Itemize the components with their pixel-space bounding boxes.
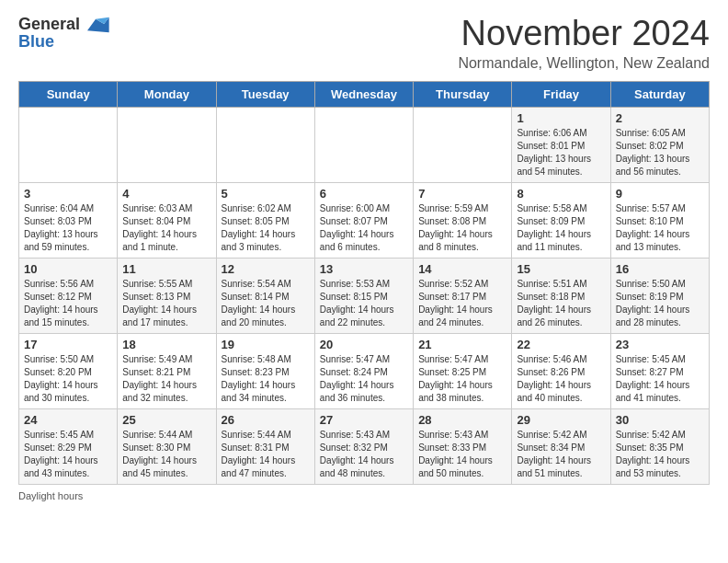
day-info: Sunrise: 5:52 AM Sunset: 8:17 PM Dayligh… (418, 278, 506, 329)
table-row: 4Sunrise: 6:03 AM Sunset: 8:04 PM Daylig… (118, 182, 216, 258)
day-number: 25 (122, 413, 210, 427)
table-row: 22Sunrise: 5:46 AM Sunset: 8:26 PM Dayli… (512, 333, 610, 408)
day-info: Sunrise: 5:47 AM Sunset: 8:25 PM Dayligh… (418, 353, 506, 405)
logo-icon (84, 16, 109, 34)
day-number: 30 (616, 413, 704, 427)
page: General Blue November 2024 Normandale, W… (0, 0, 728, 516)
day-number: 13 (320, 262, 408, 276)
logo-general: General (18, 15, 80, 34)
day-number: 4 (122, 187, 210, 201)
table-row: 1Sunrise: 6:06 AM Sunset: 8:01 PM Daylig… (512, 107, 610, 182)
table-row: 19Sunrise: 5:48 AM Sunset: 8:23 PM Dayli… (216, 333, 314, 408)
day-info: Sunrise: 5:59 AM Sunset: 8:08 PM Dayligh… (418, 202, 506, 254)
table-row (414, 107, 512, 182)
table-row: 26Sunrise: 5:44 AM Sunset: 8:31 PM Dayli… (216, 408, 314, 484)
day-number: 8 (517, 187, 605, 201)
table-row: 6Sunrise: 6:00 AM Sunset: 8:07 PM Daylig… (314, 182, 413, 258)
calendar-col-header: Tuesday (216, 81, 314, 107)
day-number: 1 (517, 111, 605, 125)
calendar-week-row: 1Sunrise: 6:06 AM Sunset: 8:01 PM Daylig… (19, 107, 710, 182)
day-number: 18 (122, 338, 210, 351)
table-row: 20Sunrise: 5:47 AM Sunset: 8:24 PM Dayli… (314, 333, 413, 408)
day-info: Sunrise: 5:51 AM Sunset: 8:18 PM Dayligh… (517, 278, 605, 329)
day-info: Sunrise: 5:45 AM Sunset: 8:27 PM Dayligh… (616, 353, 704, 405)
month-title: November 2024 (458, 15, 710, 53)
day-number: 2 (616, 111, 704, 125)
calendar-col-header: Thursday (414, 81, 512, 107)
table-row: 21Sunrise: 5:47 AM Sunset: 8:25 PM Dayli… (414, 333, 512, 408)
day-info: Sunrise: 5:47 AM Sunset: 8:24 PM Dayligh… (320, 353, 408, 405)
calendar-col-header: Friday (512, 81, 610, 107)
day-info: Sunrise: 5:54 AM Sunset: 8:14 PM Dayligh… (222, 278, 310, 329)
calendar-col-header: Saturday (610, 81, 709, 107)
table-row: 10Sunrise: 5:56 AM Sunset: 8:12 PM Dayli… (19, 258, 118, 333)
day-info: Sunrise: 5:43 AM Sunset: 8:33 PM Dayligh… (418, 429, 506, 480)
day-info: Sunrise: 5:44 AM Sunset: 8:31 PM Dayligh… (222, 429, 310, 480)
day-info: Sunrise: 5:56 AM Sunset: 8:12 PM Dayligh… (24, 278, 112, 329)
day-info: Sunrise: 6:03 AM Sunset: 8:04 PM Dayligh… (122, 202, 210, 254)
calendar-header-row: SundayMondayTuesdayWednesdayThursdayFrid… (19, 81, 710, 107)
table-row (118, 107, 216, 182)
header: General Blue November 2024 Normandale, W… (18, 15, 710, 72)
table-row: 7Sunrise: 5:59 AM Sunset: 8:08 PM Daylig… (414, 182, 512, 258)
daylight-label: Daylight hours (18, 490, 83, 501)
table-row: 3Sunrise: 6:04 AM Sunset: 8:03 PM Daylig… (19, 182, 118, 258)
day-number: 22 (517, 338, 605, 351)
day-info: Sunrise: 6:04 AM Sunset: 8:03 PM Dayligh… (24, 202, 112, 254)
day-info: Sunrise: 5:42 AM Sunset: 8:34 PM Dayligh… (517, 429, 605, 480)
calendar-week-row: 17Sunrise: 5:50 AM Sunset: 8:20 PM Dayli… (19, 333, 710, 408)
day-info: Sunrise: 5:48 AM Sunset: 8:23 PM Dayligh… (222, 353, 310, 405)
logo-blue: Blue (18, 32, 54, 51)
day-info: Sunrise: 5:58 AM Sunset: 8:09 PM Dayligh… (517, 202, 605, 254)
day-number: 17 (24, 338, 112, 351)
day-number: 9 (616, 187, 704, 201)
footer: Daylight hours (18, 490, 710, 501)
calendar: SundayMondayTuesdayWednesdayThursdayFrid… (18, 81, 710, 485)
day-number: 19 (222, 338, 310, 351)
calendar-col-header: Monday (118, 81, 216, 107)
table-row: 15Sunrise: 5:51 AM Sunset: 8:18 PM Dayli… (512, 258, 610, 333)
table-row: 5Sunrise: 6:02 AM Sunset: 8:05 PM Daylig… (216, 182, 314, 258)
day-number: 5 (222, 187, 310, 201)
day-info: Sunrise: 6:06 AM Sunset: 8:01 PM Dayligh… (517, 127, 605, 178)
day-info: Sunrise: 5:42 AM Sunset: 8:35 PM Dayligh… (616, 429, 704, 480)
day-number: 14 (418, 262, 506, 276)
day-number: 28 (418, 413, 506, 427)
day-number: 15 (517, 262, 605, 276)
day-number: 11 (122, 262, 210, 276)
day-info: Sunrise: 5:46 AM Sunset: 8:26 PM Dayligh… (517, 353, 605, 405)
table-row: 17Sunrise: 5:50 AM Sunset: 8:20 PM Dayli… (19, 333, 118, 408)
day-number: 10 (24, 262, 112, 276)
table-row: 14Sunrise: 5:52 AM Sunset: 8:17 PM Dayli… (414, 258, 512, 333)
calendar-col-header: Sunday (19, 81, 118, 107)
logo: General Blue (18, 15, 109, 52)
table-row (314, 107, 413, 182)
table-row: 27Sunrise: 5:43 AM Sunset: 8:32 PM Dayli… (314, 408, 413, 484)
day-number: 21 (418, 338, 506, 351)
day-number: 7 (418, 187, 506, 201)
day-number: 16 (616, 262, 704, 276)
day-number: 26 (222, 413, 310, 427)
day-number: 12 (222, 262, 310, 276)
table-row: 18Sunrise: 5:49 AM Sunset: 8:21 PM Dayli… (118, 333, 216, 408)
table-row: 30Sunrise: 5:42 AM Sunset: 8:35 PM Dayli… (610, 408, 709, 484)
day-number: 24 (24, 413, 112, 427)
day-info: Sunrise: 5:45 AM Sunset: 8:29 PM Dayligh… (24, 429, 112, 480)
day-info: Sunrise: 5:50 AM Sunset: 8:20 PM Dayligh… (24, 353, 112, 405)
table-row: 16Sunrise: 5:50 AM Sunset: 8:19 PM Dayli… (610, 258, 709, 333)
table-row: 12Sunrise: 5:54 AM Sunset: 8:14 PM Dayli… (216, 258, 314, 333)
day-number: 3 (24, 187, 112, 201)
day-number: 29 (517, 413, 605, 427)
day-number: 6 (320, 187, 408, 201)
day-number: 20 (320, 338, 408, 351)
table-row: 2Sunrise: 6:05 AM Sunset: 8:02 PM Daylig… (610, 107, 709, 182)
day-info: Sunrise: 6:05 AM Sunset: 8:02 PM Dayligh… (616, 127, 704, 178)
logo-text: General (18, 15, 109, 34)
calendar-week-row: 10Sunrise: 5:56 AM Sunset: 8:12 PM Dayli… (19, 258, 710, 333)
day-info: Sunrise: 5:53 AM Sunset: 8:15 PM Dayligh… (320, 278, 408, 329)
calendar-col-header: Wednesday (314, 81, 413, 107)
day-info: Sunrise: 5:50 AM Sunset: 8:19 PM Dayligh… (616, 278, 704, 329)
table-row: 23Sunrise: 5:45 AM Sunset: 8:27 PM Dayli… (610, 333, 709, 408)
day-info: Sunrise: 5:57 AM Sunset: 8:10 PM Dayligh… (616, 202, 704, 254)
table-row: 25Sunrise: 5:44 AM Sunset: 8:30 PM Dayli… (118, 408, 216, 484)
